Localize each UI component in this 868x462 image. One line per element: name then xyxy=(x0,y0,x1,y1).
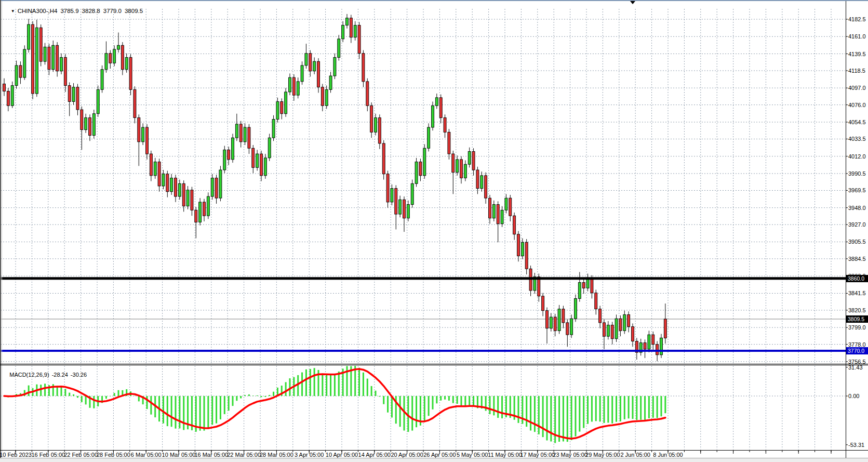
price-tick-label: 4139.5 xyxy=(848,51,866,57)
macd-tick-label: 31.43 xyxy=(848,364,863,371)
bar-open: 3785.9 xyxy=(60,8,78,14)
indicator-macd-value: -28.24 xyxy=(52,372,68,378)
time-tick-label: 16 Mar 05:00 xyxy=(194,452,228,458)
time-tick-label: 22 Feb 05:00 xyxy=(64,452,98,458)
time-tick-label: 20 Apr 05:00 xyxy=(391,452,423,458)
chart-window: ▼CHINA300-,H43785.93828.83779.03809.5 MA… xyxy=(0,0,868,462)
indicator-label: MACD(12,26,9)-28.24-30.26 xyxy=(3,365,89,384)
time-tick-label: 16 Feb 05:00 xyxy=(31,452,65,458)
time-tick-label: 6 Mar 05:00 xyxy=(131,452,162,458)
price-tick-label: 4054.5 xyxy=(848,119,866,125)
price-tick-label: 3990.5 xyxy=(848,170,866,177)
price-tick-label: 4097.0 xyxy=(848,85,866,91)
time-tick-label: 3 Apr 05:00 xyxy=(295,452,324,458)
time-tick-label: 22 Mar 05:00 xyxy=(227,452,261,458)
macd-tick-label: -53.31 xyxy=(848,442,864,448)
price-tick-label: 3820.5 xyxy=(848,307,866,313)
price-tick-label: 3884.5 xyxy=(848,256,866,262)
time-tick-label: 28 Mar 05:00 xyxy=(260,452,293,458)
time-tick-label: 17 May 05:00 xyxy=(520,452,555,458)
price-tick-label: 4182.5 xyxy=(848,16,866,22)
time-tick-label: 28 Feb 05:00 xyxy=(97,452,130,458)
price-tick-label: 3841.5 xyxy=(848,290,866,296)
chart-canvas[interactable] xyxy=(0,0,868,462)
time-tick-label: 2 Jun 05:00 xyxy=(620,452,650,458)
price-badge-support: 3770.0 xyxy=(846,347,868,354)
bar-close: 3809.5 xyxy=(125,8,143,14)
price-tick-label: 3778.0 xyxy=(848,341,866,348)
price-tick-label: 3969.5 xyxy=(848,187,866,193)
price-tick-label: 4118.5 xyxy=(848,68,865,74)
time-tick-label: 23 May 05:00 xyxy=(553,452,587,458)
time-tick-label: 14 Apr 05:00 xyxy=(358,452,391,458)
symbol-dropdown-icon[interactable]: ▼ xyxy=(11,9,15,14)
price-tick-label: 4033.5 xyxy=(848,136,866,142)
time-tick-label: 26 Apr 05:00 xyxy=(423,452,456,458)
price-tick-label: 4161.0 xyxy=(848,33,866,39)
price-tick-label: 3905.5 xyxy=(848,239,866,245)
indicator-signal-value: -30.26 xyxy=(71,372,87,378)
time-tick-label: 10 Apr 05:00 xyxy=(326,452,358,458)
price-tick-label: 4012.0 xyxy=(848,153,866,160)
price-badge-resistance: 3860.0 xyxy=(846,275,868,282)
time-tick-label: 11 May 05:00 xyxy=(488,452,522,458)
price-tick-label: 3948.0 xyxy=(848,205,866,211)
symbol-name: CHINA300-,H4 xyxy=(18,8,58,14)
bar-low: 3779.0 xyxy=(103,8,122,14)
time-tick-label: 8 Jun 05:00 xyxy=(653,452,683,458)
price-badge-current-price: 3809.5 xyxy=(846,315,868,323)
time-tick-label: 10 Feb 2023 xyxy=(0,452,32,458)
price-tick-label: 4076.0 xyxy=(848,102,866,108)
indicator-name: MACD(12,26,9) xyxy=(9,372,49,378)
price-tick-label: 3799.0 xyxy=(848,324,866,331)
macd-tick-label: 0.00 xyxy=(848,393,859,399)
time-tick-label: 10 Mar 05:00 xyxy=(162,452,196,458)
time-tick-label: 29 May 05:00 xyxy=(585,452,620,458)
symbol-title: ▼CHINA300-,H43785.93828.83779.03809.5 xyxy=(4,2,143,20)
price-tick-label: 3927.0 xyxy=(848,221,866,228)
time-tick-label: 5 May 05:00 xyxy=(457,452,488,458)
bar-high: 3828.8 xyxy=(82,8,100,14)
